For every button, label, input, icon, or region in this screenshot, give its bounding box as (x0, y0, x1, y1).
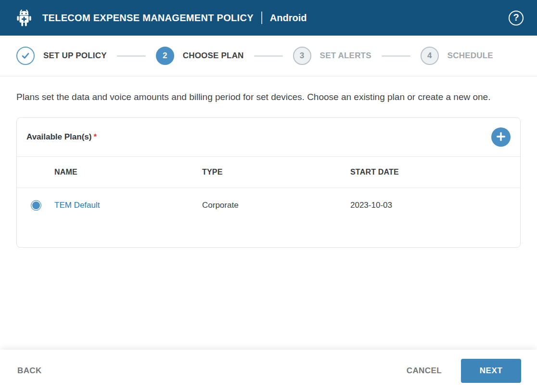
platform-label: Android (270, 13, 307, 24)
cancel-button[interactable]: CANCEL (406, 362, 443, 379)
table-row[interactable]: TEM Default Corporate 2023-10-03 (17, 188, 520, 223)
plan-type-cell: Corporate (202, 201, 350, 210)
plan-radio-selected[interactable] (31, 200, 41, 211)
step-set-alerts[interactable]: 3 SET ALERTS (293, 47, 371, 65)
available-plans-panel: Available Plan(s)* NAME TYPE START DATE (16, 117, 521, 248)
footer-action-bar: BACK CANCEL NEXT (0, 350, 537, 392)
step-connector (117, 55, 146, 57)
footer-right-actions: CANCEL NEXT (406, 359, 521, 383)
android-robot-icon (14, 7, 34, 28)
column-header-name: NAME (54, 168, 202, 177)
radio-cell (17, 200, 54, 211)
step-label: CHOOSE PLAN (183, 51, 244, 61)
back-button[interactable]: BACK (16, 362, 43, 379)
required-marker: * (93, 132, 97, 141)
step-label: SCHEDULE (448, 51, 493, 61)
step-number-badge: 2 (156, 47, 174, 65)
help-icon[interactable]: ? (509, 11, 524, 25)
next-button[interactable]: NEXT (461, 359, 521, 383)
panel-title: Available Plan(s)* (26, 132, 97, 142)
plus-icon (495, 131, 507, 144)
step-connector (254, 55, 283, 57)
step-label: SET ALERTS (320, 51, 371, 61)
plan-name-link[interactable]: TEM Default (54, 201, 202, 210)
step-set-up-policy[interactable]: SET UP POLICY (16, 47, 107, 65)
step-description: Plans set the data and voice amounts and… (16, 89, 521, 104)
step-number-badge: 4 (421, 47, 439, 65)
column-header-start-date: START DATE (350, 168, 520, 177)
panel-title-text: Available Plan(s) (26, 132, 91, 141)
add-plan-button[interactable] (491, 127, 511, 147)
tem-policy-wizard: TELECOM EXPENSE MANAGEMENT POLICY Androi… (0, 0, 537, 392)
page-title: TELECOM EXPENSE MANAGEMENT POLICY (42, 13, 254, 24)
column-header-type: TYPE (202, 168, 350, 177)
main-content: Plans set the data and voice amounts and… (0, 76, 537, 350)
step-schedule[interactable]: 4 SCHEDULE (421, 47, 493, 65)
title-divider (261, 12, 262, 24)
header: TELECOM EXPENSE MANAGEMENT POLICY Androi… (0, 0, 537, 36)
step-connector (382, 55, 410, 57)
plan-start-date-cell: 2023-10-03 (350, 201, 520, 210)
check-icon (16, 47, 35, 65)
step-label: SET UP POLICY (43, 51, 107, 61)
table-header-row: NAME TYPE START DATE (17, 157, 520, 188)
wizard-stepper: SET UP POLICY 2 CHOOSE PLAN 3 SET ALERTS… (0, 36, 537, 76)
step-number-badge: 3 (293, 47, 311, 65)
step-choose-plan[interactable]: 2 CHOOSE PLAN (156, 47, 244, 65)
panel-header: Available Plan(s)* (17, 118, 520, 157)
